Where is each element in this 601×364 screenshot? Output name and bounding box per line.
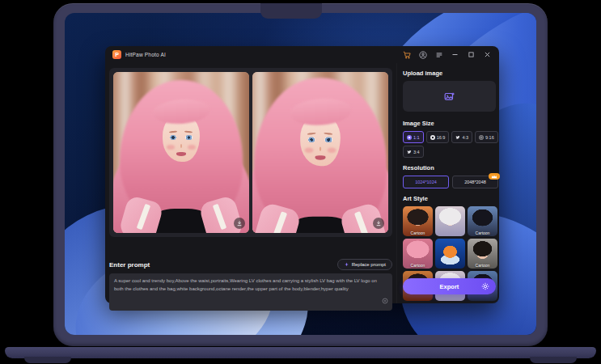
- resolution-2048-button[interactable]: 2048*2048: [452, 176, 498, 188]
- replace-prompt-button[interactable]: Replace prompt: [337, 259, 392, 270]
- laptop-foot: [24, 357, 71, 363]
- style-label: Cartoon: [403, 231, 433, 235]
- art-style-thumbnail[interactable]: Cartoon: [403, 239, 433, 269]
- app-title: HitPaw Photo AI: [125, 52, 166, 57]
- art-style-title: Art Style: [403, 195, 498, 202]
- laptop-base: [5, 347, 596, 358]
- art-style-thumbnail[interactable]: Cartoon: [403, 206, 433, 236]
- title-bar: P HitPaw Photo AI: [105, 46, 499, 63]
- aspect-label: 3:4: [413, 150, 420, 154]
- replace-prompt-label: Replace prompt: [352, 262, 386, 267]
- circle-icon: [407, 135, 412, 140]
- enter-prompt-title: Enter prompt: [109, 261, 150, 269]
- clear-icon[interactable]: [382, 293, 388, 307]
- cart-icon[interactable]: [402, 50, 411, 59]
- account-icon[interactable]: [418, 50, 427, 59]
- resolution-options: 1024*1024 2048*2048: [403, 176, 498, 188]
- portrait-art: [252, 72, 388, 233]
- export-label: Export: [440, 283, 459, 290]
- result-image-left: [113, 72, 249, 233]
- result-image-right: [252, 72, 388, 233]
- aspect-1-1-button[interactable]: 1:1: [403, 131, 424, 143]
- resolution-1024-button[interactable]: 1024*1024: [403, 176, 449, 188]
- art-style-thumbnail[interactable]: Cartoon: [468, 239, 497, 269]
- style-label: Cartoon: [468, 231, 497, 235]
- gear-icon[interactable]: [480, 281, 490, 293]
- aspect-3-4-button[interactable]: 3:4: [403, 146, 424, 158]
- bird-icon: [455, 135, 460, 140]
- camera-icon: [479, 135, 484, 140]
- hitpaw-logo-icon: P: [112, 50, 121, 59]
- bird-icon: [407, 150, 412, 154]
- aspect-label: 1:1: [413, 135, 420, 140]
- page: P HitPaw Photo AI: [0, 0, 601, 364]
- portrait-art: [113, 72, 249, 233]
- style-label: Cartoon: [403, 263, 433, 268]
- close-icon[interactable]: [483, 50, 492, 59]
- camera-notch: [260, 3, 322, 19]
- pro-crown-badge: [489, 173, 500, 180]
- style-label: Cartoon: [468, 263, 497, 268]
- image-size-title: Image Size: [403, 120, 498, 127]
- aspect-label: 4:3: [462, 135, 468, 140]
- laptop-frame: P HitPaw Photo AI: [53, 3, 548, 346]
- aspect-16-9-button[interactable]: 16:9: [426, 131, 450, 143]
- results-panel: [109, 68, 392, 237]
- resolution-label: 2048*2048: [464, 180, 486, 184]
- aspect-4-3-button[interactable]: 4:3: [451, 131, 472, 143]
- sparkle-icon: [344, 262, 349, 268]
- upload-image-title: Upload image: [403, 70, 498, 77]
- aspect-9-16-button[interactable]: 9:16: [475, 131, 498, 143]
- upload-image-icon: [444, 91, 455, 101]
- maximize-icon[interactable]: [467, 50, 476, 59]
- resolution-title: Resolution: [403, 164, 498, 171]
- download-icon[interactable]: [373, 218, 384, 229]
- art-style-thumbnail[interactable]: [435, 239, 465, 269]
- settings-sidebar: Upload image Image Size: [396, 63, 502, 303]
- menu-icon[interactable]: [434, 50, 443, 59]
- laptop-screen-wallpaper: P HitPaw Photo AI: [65, 13, 536, 335]
- app-window: P HitPaw Photo AI: [105, 46, 499, 303]
- main-workspace: Enter prompt Replace prompt A super cool…: [105, 63, 396, 303]
- art-style-thumbnail[interactable]: Cartoon: [468, 206, 497, 236]
- export-button[interactable]: Export: [403, 278, 496, 294]
- download-icon[interactable]: [234, 218, 245, 229]
- minimize-icon[interactable]: [451, 50, 459, 59]
- laptop-foot: [530, 357, 577, 363]
- crown-icon: [491, 175, 497, 179]
- aspect-label: 16:9: [437, 135, 446, 140]
- art-style-thumbnail[interactable]: [435, 206, 465, 236]
- image-size-options: 1:1 16:9 4:3: [403, 131, 498, 158]
- prompt-textarea[interactable]: A super cool and trendy boy,Above the wa…: [109, 273, 392, 311]
- aspect-label: 9:16: [485, 135, 494, 140]
- upload-image-dropzone[interactable]: [403, 81, 496, 112]
- disc-icon: [430, 135, 435, 140]
